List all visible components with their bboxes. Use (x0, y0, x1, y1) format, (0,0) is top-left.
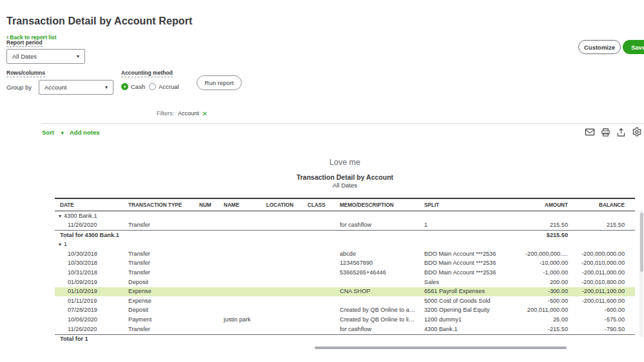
transaction-row[interactable]: 10/30/2018TransferabcdeBDO Main Account … (55, 249, 635, 259)
cell-name[interactable] (219, 325, 261, 334)
transaction-row[interactable]: 01/09/2019DepositSales200.00-200,010,800… (55, 278, 635, 287)
cell-amount[interactable]: 215.50 (520, 221, 571, 231)
cell-type[interactable]: Transfer (123, 325, 194, 334)
cell-type[interactable]: Transfer (123, 249, 194, 259)
cell-num[interactable] (194, 296, 219, 306)
cell-class[interactable] (302, 306, 335, 316)
cell-location[interactable] (261, 278, 302, 287)
group-by-select[interactable]: Account ▾ (39, 80, 113, 95)
cell-location[interactable] (261, 221, 302, 231)
cell-type[interactable]: Deposit (123, 278, 194, 287)
cash-radio[interactable]: Cash (121, 83, 145, 90)
cell-num[interactable] (194, 269, 219, 278)
cell-balance[interactable]: 215.50 (571, 221, 635, 231)
horizontal-scrollbar-thumb[interactable] (315, 347, 567, 349)
accrual-radio[interactable]: Accrual (149, 83, 179, 90)
cell-balance[interactable]: -200,000,000.00 (571, 249, 635, 259)
cell-split[interactable]: BDO Main Account ***2536 (419, 259, 520, 269)
cell-balance[interactable]: -600.00 (571, 306, 635, 316)
cell-memo[interactable]: for cashflow (335, 325, 419, 334)
cell-date[interactable]: 10/30/2018 (55, 259, 123, 269)
cell-location[interactable] (261, 269, 302, 278)
cell-class[interactable] (302, 287, 335, 297)
cell-date[interactable]: 10/06/2020 (55, 316, 123, 325)
cell-memo[interactable]: Created by QB Online to adjust ... (335, 306, 419, 316)
cell-date[interactable]: 10/30/2018 (55, 249, 123, 259)
cell-date[interactable]: 10/31/2018 (55, 269, 123, 278)
transaction-row[interactable]: 10/30/2018Transfer1234567890BDO Main Acc… (55, 259, 635, 269)
save-button[interactable]: Save (623, 40, 644, 54)
cell-type[interactable]: Payment (123, 316, 194, 325)
cell-memo[interactable]: abcde (335, 249, 419, 259)
cell-split[interactable]: Sales (419, 278, 520, 287)
cell-memo[interactable] (335, 278, 419, 287)
vertical-scrollbar-thumb[interactable] (640, 213, 643, 272)
cell-name[interactable] (219, 287, 261, 297)
cell-date[interactable]: 07/28/2019 (55, 306, 123, 316)
cell-class[interactable] (302, 259, 335, 269)
cell-location[interactable] (261, 287, 302, 297)
print-icon[interactable] (601, 128, 610, 137)
cell-split[interactable]: BDO Main Account ***2536 (419, 249, 520, 259)
cell-split[interactable]: 1200 dummy1 (419, 316, 520, 325)
cell-memo[interactable]: CNA SHOP (335, 287, 419, 297)
cell-memo[interactable] (335, 296, 419, 306)
cell-name[interactable] (219, 306, 261, 316)
cell-balance[interactable]: -200,010,000.00 (571, 259, 635, 269)
cell-balance[interactable]: -200,011,600.00 (571, 296, 635, 306)
cell-balance[interactable]: -200,011,000.00 (571, 269, 635, 278)
cell-num[interactable] (194, 278, 219, 287)
transaction-row[interactable]: 10/06/2020Paymentjustin parkCreated by Q… (55, 316, 635, 325)
cell-amount[interactable]: -215.50 (520, 325, 571, 334)
cell-num[interactable] (194, 287, 219, 297)
cell-type[interactable]: Transfer (123, 259, 194, 269)
cell-class[interactable] (302, 325, 335, 334)
cell-date[interactable]: 01/11/2019 (55, 296, 123, 306)
cell-class[interactable] (302, 296, 335, 306)
cell-name[interactable] (219, 269, 261, 278)
cell-split[interactable]: 4300 Bank.1 (419, 325, 520, 334)
cell-type[interactable]: Expense (123, 296, 194, 306)
cell-location[interactable] (261, 325, 302, 334)
cell-class[interactable] (302, 278, 335, 287)
settings-gear-icon[interactable] (632, 127, 642, 137)
cell-location[interactable] (261, 259, 302, 269)
cell-location[interactable] (261, 296, 302, 306)
cell-memo[interactable]: 53665265+46446 (335, 269, 419, 278)
transaction-row[interactable]: 07/28/2019DepositCreated by QB Online to… (55, 306, 635, 316)
cell-amount[interactable]: -1,000.00 (520, 269, 571, 278)
remove-filter-icon[interactable]: ✕ (202, 111, 208, 117)
cell-amount[interactable]: -300.00 (520, 287, 571, 297)
cell-date[interactable]: 01/10/2019 (55, 287, 123, 297)
cell-split[interactable]: 1 (419, 221, 520, 231)
cell-name[interactable]: justin park (219, 316, 261, 325)
transaction-row[interactable]: 10/31/2018Transfer53665265+46446BDO Main… (55, 269, 635, 278)
cell-type[interactable]: Transfer (123, 269, 194, 278)
cell-amount[interactable]: -10,000.00 (520, 259, 571, 269)
customize-button[interactable]: Customize (578, 40, 621, 54)
sort-button[interactable]: Sort ▾ (42, 129, 64, 136)
cell-date[interactable]: 11/26/2020 (55, 221, 123, 231)
export-icon[interactable] (616, 128, 626, 137)
cell-name[interactable] (219, 221, 261, 231)
cell-class[interactable] (302, 249, 335, 259)
cell-split[interactable]: BDO Main Account ***2536 (419, 269, 520, 278)
transaction-row[interactable]: 11/26/2020Transferfor cashflow1215.50215… (55, 221, 635, 231)
cell-num[interactable] (194, 316, 219, 325)
cell-amount[interactable]: 200,011,000.00 (520, 306, 571, 316)
add-notes-button[interactable]: Add notes (70, 129, 99, 136)
cell-location[interactable] (261, 249, 302, 259)
cell-name[interactable] (219, 259, 261, 269)
cell-balance[interactable]: -200,010,800.00 (571, 278, 635, 287)
transaction-row[interactable]: 11/26/2020Transferfor cashflow4300 Bank.… (55, 325, 635, 334)
cell-type[interactable]: Transfer (123, 221, 194, 231)
cell-name[interactable] (219, 249, 261, 259)
section-header-row[interactable]: ▾1 (55, 240, 635, 250)
cell-date[interactable]: 01/09/2019 (55, 278, 123, 287)
collapse-caret-icon[interactable]: ▾ (59, 213, 61, 219)
cell-num[interactable] (194, 306, 219, 316)
cell-memo[interactable]: for cashflow (335, 221, 419, 231)
cell-type[interactable]: Deposit (123, 306, 194, 316)
cell-memo[interactable]: Created by QB Online to link cre... (335, 316, 419, 325)
email-icon[interactable] (585, 128, 595, 137)
